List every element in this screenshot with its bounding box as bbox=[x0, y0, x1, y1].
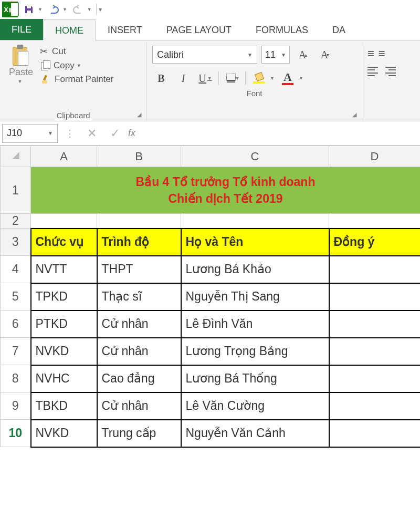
fill-color-button[interactable] bbox=[250, 70, 268, 87]
cell[interactable] bbox=[329, 283, 421, 311]
tab-insert[interactable]: INSERT bbox=[96, 19, 154, 40]
header-cell-b[interactable]: Trình độ bbox=[97, 229, 181, 256]
copy-button[interactable]: Copy ▼ bbox=[40, 60, 113, 71]
cell[interactable]: THPT bbox=[97, 256, 181, 283]
row-header[interactable]: 2 bbox=[1, 214, 31, 229]
cell[interactable]: NVHC bbox=[31, 365, 97, 392]
font-name-select[interactable]: Calibri ▼ bbox=[152, 46, 257, 64]
cut-button[interactable]: ✂ Cut bbox=[40, 46, 113, 57]
row-header[interactable]: 1 bbox=[1, 167, 31, 214]
cell[interactable] bbox=[329, 214, 421, 229]
save-icon[interactable] bbox=[22, 3, 36, 16]
paste-button[interactable]: Paste ▼ bbox=[5, 44, 37, 109]
cell[interactable]: Lương Trọng Bảng bbox=[181, 338, 329, 365]
cell[interactable]: Lê Đình Văn bbox=[181, 311, 329, 338]
cell[interactable]: Cử nhân bbox=[97, 311, 181, 338]
col-header-b[interactable]: B bbox=[97, 146, 181, 167]
bold-button[interactable]: B bbox=[152, 70, 170, 87]
font-color-button[interactable]: A bbox=[279, 70, 297, 87]
cell[interactable]: Cử nhân bbox=[97, 392, 181, 420]
col-header-c[interactable]: C bbox=[181, 146, 329, 167]
row-header[interactable]: 3 bbox=[1, 229, 31, 256]
cell[interactable]: Nguyễn Thị Sang bbox=[181, 283, 329, 311]
name-box-value: J10 bbox=[7, 128, 22, 139]
cell[interactable] bbox=[329, 365, 421, 392]
increase-font-button[interactable]: A▴ bbox=[294, 46, 312, 63]
tab-file[interactable]: FILE bbox=[0, 19, 43, 40]
font-size-select[interactable]: 11 ▼ bbox=[261, 46, 290, 64]
tab-page-layout[interactable]: PAGE LAYOUT bbox=[154, 19, 244, 40]
cell[interactable]: NVKD bbox=[31, 338, 97, 365]
redo-dropdown-icon[interactable]: ▼ bbox=[87, 7, 92, 12]
cell[interactable]: Thạc sĩ bbox=[97, 283, 181, 311]
undo-icon[interactable] bbox=[47, 3, 60, 16]
cell[interactable]: Cao đẳng bbox=[97, 365, 181, 392]
cell[interactable] bbox=[181, 214, 329, 229]
cancel-formula-button[interactable]: ✕ bbox=[82, 127, 102, 140]
cell[interactable] bbox=[329, 256, 421, 283]
cell[interactable] bbox=[97, 214, 181, 229]
row-header[interactable]: 6 bbox=[1, 311, 31, 338]
underline-button[interactable]: U▼ bbox=[196, 70, 214, 87]
clipboard-dialog-launcher-icon[interactable]: ◢ bbox=[135, 110, 143, 119]
cell[interactable] bbox=[329, 338, 421, 365]
cell[interactable] bbox=[329, 420, 421, 447]
row-header[interactable]: 8 bbox=[1, 365, 31, 392]
align-left-icon[interactable] bbox=[368, 66, 381, 77]
cell[interactable] bbox=[329, 392, 421, 420]
qat-customize-icon[interactable]: ▾ bbox=[99, 6, 102, 13]
cell[interactable]: TBKD bbox=[31, 392, 97, 420]
row-header[interactable]: 7 bbox=[1, 338, 31, 365]
paste-dropdown-icon[interactable]: ▼ bbox=[18, 79, 23, 84]
redo-icon[interactable] bbox=[71, 3, 85, 16]
cell[interactable]: TPKD bbox=[31, 283, 97, 311]
tab-home[interactable]: HOME bbox=[43, 19, 96, 40]
fill-dropdown-icon[interactable]: ▼ bbox=[270, 76, 275, 81]
fontcolor-dropdown-icon[interactable]: ▼ bbox=[299, 76, 303, 81]
formula-input[interactable] bbox=[139, 124, 418, 143]
row-header[interactable]: 10 bbox=[1, 420, 31, 447]
header-cell-a[interactable]: Chức vụ bbox=[31, 229, 97, 256]
tab-data[interactable]: DA bbox=[320, 19, 358, 40]
cell[interactable]: PTKD bbox=[31, 311, 97, 338]
cell[interactable]: Lương Bá Thống bbox=[181, 365, 329, 392]
align-middle-icon[interactable]: ≡ bbox=[379, 47, 385, 60]
row-7: 7 NVKD Cử nhân Lương Trọng Bảng bbox=[1, 338, 421, 365]
italic-button[interactable]: I bbox=[174, 70, 192, 87]
row-header[interactable]: 4 bbox=[1, 256, 31, 283]
decrease-font-button[interactable]: A▾ bbox=[316, 46, 334, 63]
undo-dropdown-icon[interactable]: ▼ bbox=[62, 7, 67, 12]
select-all-corner[interactable] bbox=[1, 146, 31, 167]
copy-dropdown-icon[interactable]: ▼ bbox=[77, 63, 81, 68]
underline-dropdown-icon[interactable]: ▼ bbox=[207, 76, 212, 81]
cell[interactable] bbox=[31, 214, 97, 229]
accept-formula-button[interactable]: ✓ bbox=[105, 127, 125, 140]
font-dialog-launcher-icon[interactable]: ◢ bbox=[350, 110, 359, 119]
cell[interactable]: Nguyễn Văn Cảnh bbox=[181, 420, 329, 447]
col-header-d[interactable]: D bbox=[329, 146, 421, 167]
cell[interactable]: NVTT bbox=[31, 256, 97, 283]
group-font: Calibri ▼ 11 ▼ A▴ A▾ B I U▼ ▼ ▼ A▼ bbox=[147, 43, 362, 121]
header-cell-d[interactable]: Đồng ý bbox=[329, 229, 421, 256]
title-cell[interactable]: Bầu 4 Tổ trưởng Tổ kinh doanh Chiến dịch… bbox=[31, 167, 421, 214]
name-box[interactable]: J10 ▼ bbox=[2, 124, 58, 143]
cell[interactable]: NVKD bbox=[31, 420, 97, 447]
align-center-icon[interactable] bbox=[385, 66, 399, 77]
cell[interactable]: Lương Bá Khảo bbox=[181, 256, 329, 283]
col-header-a[interactable]: A bbox=[31, 146, 97, 167]
format-painter-button[interactable]: Format Painter bbox=[40, 74, 113, 85]
qat-dropdown-icon[interactable]: ▼ bbox=[38, 7, 43, 12]
row-10: 10 NVKD Trung cấp Nguyễn Văn Cảnh bbox=[1, 420, 421, 447]
cell[interactable]: Trung cấp bbox=[97, 420, 181, 447]
border-button[interactable]: ▼ bbox=[223, 70, 241, 87]
cell[interactable] bbox=[329, 311, 421, 338]
tab-formulas[interactable]: FORMULAS bbox=[244, 19, 320, 40]
header-cell-c[interactable]: Họ và Tên bbox=[181, 229, 329, 256]
row-header[interactable]: 9 bbox=[1, 392, 31, 420]
align-top-icon[interactable]: ≡ bbox=[368, 47, 374, 60]
fx-icon[interactable]: fx bbox=[128, 128, 135, 139]
cell[interactable]: Lê Văn Cường bbox=[181, 392, 329, 420]
font-group-label: Font bbox=[152, 87, 356, 99]
row-header[interactable]: 5 bbox=[1, 283, 31, 311]
cell[interactable]: Cử nhân bbox=[97, 338, 181, 365]
